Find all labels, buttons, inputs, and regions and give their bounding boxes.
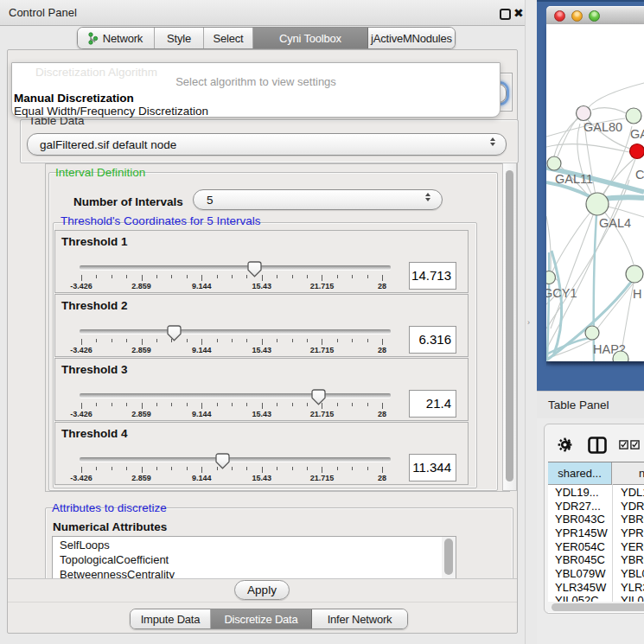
gear-icon-part-part: [568, 440, 570, 442]
close-traffic-light-icon[interactable]: [554, 10, 565, 22]
table-data-combobox[interactable]: galFiltered.sif default node: [27, 133, 507, 156]
control-panel-tabs: NetworkStyleSelectCyni ToolboxjActiveMNo…: [77, 27, 456, 49]
tab-style[interactable]: Style: [155, 28, 204, 48]
zoom-traffic-light-icon[interactable]: [589, 10, 600, 22]
slider-thumb[interactable]: [167, 325, 182, 341]
network-node-gal11[interactable]: [547, 156, 561, 170]
cell-name: YPR1: [621, 526, 644, 539]
network-node-hap2[interactable]: [585, 326, 599, 340]
cell-shared-name: YBR043C: [555, 513, 605, 526]
gear-icon[interactable]: [558, 437, 572, 452]
attribute-list-item[interactable]: SelfLoops: [60, 539, 110, 552]
table-row[interactable]: YBR045CYBR0: [548, 552, 644, 566]
network-node-label: GCY1: [546, 286, 577, 300]
cell-name: YLR3: [621, 581, 644, 594]
dropdown-item-placeholder[interactable]: Select algorithm to view settings: [12, 75, 500, 88]
slider-tick-label: 28: [378, 282, 386, 290]
attributes-list-scrollbar[interactable]: [442, 536, 456, 578]
network-node-gal80[interactable]: [577, 106, 591, 121]
number-of-intervals-combobox[interactable]: 5: [193, 189, 443, 210]
dropdown-item-equal-width[interactable]: Equal Width/Frequency Discretization: [14, 105, 208, 118]
slider-tick: [112, 275, 112, 278]
network-node-gal4[interactable]: [586, 193, 609, 215]
slider-thumb[interactable]: [215, 453, 230, 469]
numerical-attributes-list[interactable]: SelfLoopsTopologicalCoefficientBetweenne…: [52, 536, 443, 578]
network-edge-highlighted[interactable]: [546, 338, 591, 354]
tab-cyni-toolbox[interactable]: Cyni Toolbox: [253, 28, 368, 48]
tab-impute-data[interactable]: Impute Data: [131, 609, 211, 628]
split-divider[interactable]: [525, 0, 526, 644]
tab-network[interactable]: Network: [78, 28, 155, 48]
slider-tick: [201, 403, 202, 409]
attribute-list-item[interactable]: TopologicalCoefficient: [60, 553, 169, 566]
network-node-gcy1[interactable]: [546, 271, 556, 284]
network-node-h[interactable]: [626, 265, 643, 283]
slider-tick: [81, 467, 82, 473]
network-node-c[interactable]: [630, 144, 644, 159]
cell-name: YDR2: [621, 500, 644, 513]
scrollbar-thumb[interactable]: [552, 603, 644, 611]
scrollbar-thumb[interactable]: [506, 170, 513, 481]
float-window-icon[interactable]: [500, 9, 511, 20]
network-edge[interactable]: [597, 282, 634, 328]
tab-label: Cyni Toolbox: [279, 32, 341, 45]
table-row[interactable]: YBL079WYBL0: [548, 566, 644, 580]
slider-thumb-part: [215, 453, 230, 469]
slider-thumb[interactable]: [247, 261, 262, 277]
network-edge[interactable]: [558, 118, 577, 156]
tab-jactivemnodules[interactable]: jActiveMNodules: [368, 28, 455, 48]
network-window-titlebar[interactable]: [546, 6, 644, 25]
slider-tick: [307, 275, 308, 278]
table-row[interactable]: YER054CYER0: [548, 539, 644, 553]
slider-tick-label: 15.43: [252, 474, 272, 482]
slider-tick: [322, 467, 322, 473]
checkbox-icon[interactable]: [619, 440, 628, 450]
column-header-name[interactable]: name: [613, 462, 644, 484]
slider-thumb[interactable]: [311, 389, 326, 405]
tab-discretize-data[interactable]: Discretize Data: [211, 609, 312, 628]
slider-track[interactable]: [80, 393, 391, 398]
apply-button[interactable]: Apply: [234, 580, 290, 600]
attribute-list-item[interactable]: BetweennessCentrality: [60, 568, 175, 578]
close-icon[interactable]: ✖: [513, 6, 524, 20]
threshold-value-field[interactable]: 11.344: [409, 454, 456, 481]
divider-collapse-icon[interactable]: ›: [527, 318, 530, 327]
slider-track[interactable]: [80, 329, 391, 334]
slider-tick: [262, 339, 263, 345]
column-header-shared-name[interactable]: shared...: [548, 462, 612, 484]
threshold-value-field[interactable]: 6.316: [409, 326, 456, 354]
slider-track[interactable]: [80, 457, 391, 462]
table-row[interactable]: YDR27...YDR2: [548, 499, 644, 513]
checkbox-icon-part: [633, 442, 638, 446]
network-edge[interactable]: [584, 123, 597, 204]
split-table-icon[interactable]: [588, 437, 607, 454]
table-row[interactable]: YPR145WYPR1: [548, 526, 644, 539]
network-edge[interactable]: [589, 83, 644, 107]
slider-track[interactable]: [80, 265, 391, 270]
vertical-scrollbar[interactable]: [502, 163, 517, 491]
checkbox-icon[interactable]: [630, 440, 640, 450]
network-edge[interactable]: [592, 108, 626, 113]
slider-tick: [201, 275, 202, 281]
horizontal-scrollbar[interactable]: [548, 602, 644, 612]
threshold-value-field[interactable]: 21.4: [409, 390, 456, 418]
slider-tick-label: 9.144: [192, 282, 212, 290]
threshold-value-field[interactable]: 14.713: [409, 262, 456, 290]
table-row[interactable]: YBR043CYBR0: [548, 512, 644, 526]
network-view-window: GAL80GACGAL11GAL4GCY1HHAP2: [537, 0, 644, 391]
table-row[interactable]: YLR345WYLR3: [548, 580, 644, 594]
network-node[interactable]: [613, 351, 628, 361]
minimize-traffic-light-icon[interactable]: [571, 10, 583, 22]
slider-tick-label: 9.144: [192, 474, 212, 482]
table-row[interactable]: YDL19...YDL1: [548, 485, 644, 499]
network-node-ga[interactable]: [626, 108, 641, 124]
scrollbar-thumb[interactable]: [444, 539, 453, 575]
network-canvas[interactable]: GAL80GACGAL11GAL4GCY1HHAP2: [546, 24, 644, 361]
slider-tick: [217, 339, 218, 342]
tab-infer-network[interactable]: Infer Network: [312, 609, 407, 628]
combo-arrows-icon: [490, 137, 495, 146]
tab-select[interactable]: Select: [204, 28, 253, 48]
dropdown-item-manual-discretization[interactable]: Manual Discretization: [14, 92, 134, 105]
network-edge[interactable]: [552, 204, 597, 271]
network-edge[interactable]: [551, 204, 597, 328]
